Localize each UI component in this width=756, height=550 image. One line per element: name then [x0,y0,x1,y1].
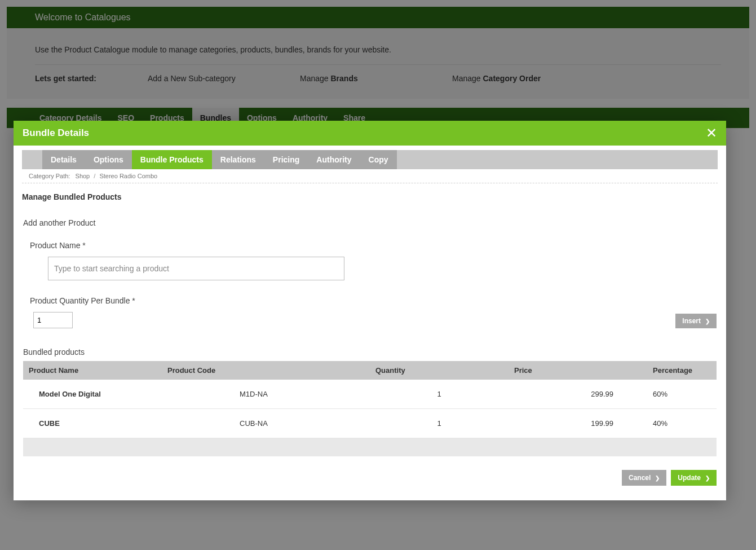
insert-button[interactable]: Insert ❯ [675,314,717,328]
modal-title: Bundle Details [23,127,89,139]
table-row: Model One Digital M1D-NA 1 299.99 60% [23,380,717,409]
cell-product-code: M1D-NA [162,380,370,409]
cell-product-name: CUBE [23,409,162,438]
update-button[interactable]: Update ❯ [671,470,717,486]
bundle-details-modal: Bundle Details ✕ Details Options Bundle … [14,121,726,500]
sub-tab-authority[interactable]: Authority [308,150,360,169]
chevron-right-icon: ❯ [705,475,710,481]
sub-tab-copy[interactable]: Copy [360,150,397,169]
cancel-button[interactable]: Cancel ❯ [622,470,666,486]
sub-tab-details[interactable]: Details [42,150,85,169]
cell-quantity: 1 [370,380,509,409]
chevron-right-icon: ❯ [655,475,660,481]
chevron-right-icon: ❯ [705,318,710,324]
modal-sub-tabs: Details Options Bundle Products Relation… [22,150,718,169]
modal-footer: Cancel ❯ Update ❯ [23,456,717,489]
sub-tab-relations[interactable]: Relations [212,150,264,169]
bundled-products-table: Product Name Product Code Quantity Price… [23,361,717,438]
sub-tab-pricing[interactable]: Pricing [264,150,308,169]
cell-price: 199.99 [509,409,647,438]
cell-percentage: 40% [647,409,717,438]
cancel-button-label: Cancel [629,474,651,482]
col-product-name: Product Name [23,361,162,380]
cell-product-code: CUB-NA [162,409,370,438]
cell-quantity: 1 [370,409,509,438]
modal-header: Bundle Details ✕ [14,121,726,146]
close-icon[interactable]: ✕ [706,126,717,140]
bundled-products-label: Bundled products [23,347,717,357]
table-row: CUBE CUB-NA 1 199.99 40% [23,409,717,438]
quantity-input[interactable] [33,312,73,328]
update-button-label: Update [678,474,701,482]
breadcrumb-shop[interactable]: Shop [76,173,90,179]
col-price: Price [509,361,647,380]
col-quantity: Quantity [370,361,509,380]
cell-price: 299.99 [509,380,647,409]
cell-product-name: Model One Digital [23,380,162,409]
add-another-product-label: Add another Product [23,218,717,227]
cell-percentage: 60% [647,380,717,409]
breadcrumb-label: Category Path: [29,173,70,179]
quantity-label: Product Quantity Per Bundle * [30,296,135,305]
breadcrumb-separator: / [91,173,98,179]
product-search-input[interactable] [48,257,344,280]
breadcrumb-current: Stereo Radio Combo [99,173,157,179]
sub-tab-bundle-products[interactable]: Bundle Products [132,150,212,169]
product-name-label: Product Name * [30,241,717,250]
table-footer-bar [23,438,717,456]
col-percentage: Percentage [647,361,717,380]
breadcrumb: Category Path: Shop / Stereo Radio Combo [22,169,718,183]
col-product-code: Product Code [162,361,370,380]
sub-tab-options[interactable]: Options [85,150,132,169]
insert-button-label: Insert [682,317,701,325]
section-title: Manage Bundled Products [22,192,718,201]
